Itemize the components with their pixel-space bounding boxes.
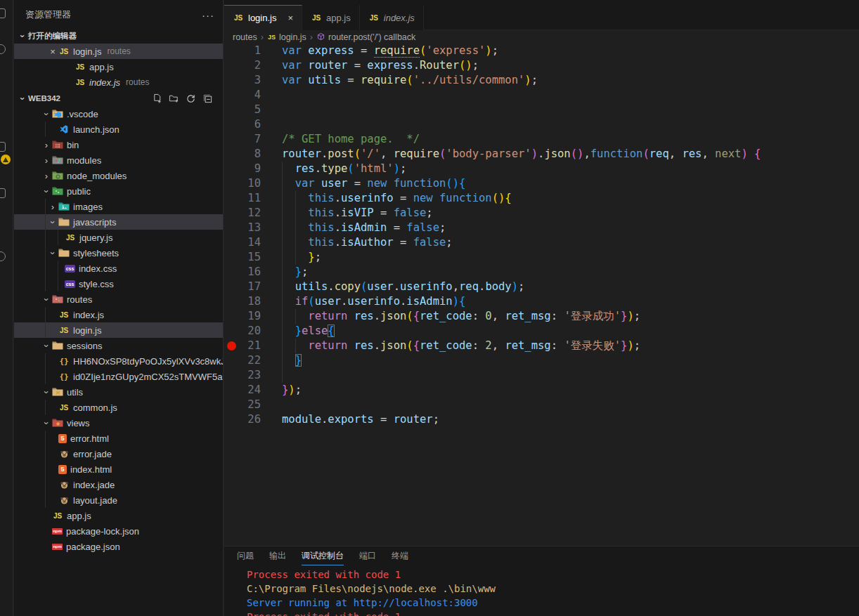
- code-line[interactable]: 9 res.type('html');: [224, 162, 859, 176]
- code-line[interactable]: 20 }else{: [224, 324, 859, 339]
- code-line[interactable]: 11 this.userinfo = new function(){: [224, 191, 859, 206]
- panel-tab[interactable]: 端口: [359, 546, 376, 565]
- tree-item[interactable]: ›npmpackage.json: [14, 539, 223, 554]
- search-icon[interactable]: [0, 44, 6, 54]
- tree-item[interactable]: ›stylesheets: [14, 245, 223, 261]
- chevron-down-icon[interactable]: ›: [41, 185, 52, 197]
- tree-item[interactable]: ›JSindex.js: [14, 307, 223, 322]
- collapse-all-icon[interactable]: [202, 93, 213, 104]
- code-line[interactable]: 21 return res.json({ret_code: 2, ret_msg…: [224, 339, 859, 353]
- tree-item[interactable]: ›JScommon.js: [14, 400, 223, 415]
- tree-item[interactable]: ›5index.html: [14, 461, 223, 477]
- code-line[interactable]: 2var router = express.Router();: [224, 58, 859, 73]
- tree-item[interactable]: ›layout.jade: [14, 492, 223, 508]
- code-line[interactable]: 7/* GET home page. */: [224, 132, 859, 147]
- code-line[interactable]: 10 var user = new function(){: [224, 176, 859, 191]
- tree-item[interactable]: ›launch.json: [14, 122, 223, 137]
- tree-item[interactable]: ›public: [14, 183, 223, 199]
- chevron-right-icon[interactable]: ›: [41, 140, 52, 150]
- code-line[interactable]: 18 if(user.userinfo.isAdmin){: [224, 294, 859, 309]
- tree-item[interactable]: ›utils: [14, 384, 223, 400]
- tree-item[interactable]: ›routes: [14, 291, 223, 307]
- breadcrumb-item[interactable]: routes: [233, 32, 257, 42]
- tree-item[interactable]: ›JSjquery.js: [14, 230, 223, 245]
- close-icon[interactable]: ×: [288, 13, 293, 23]
- tree-item[interactable]: ›.vscode: [14, 106, 223, 122]
- console-link[interactable]: http://localhost:3000: [354, 597, 478, 608]
- close-icon[interactable]: ×: [47, 46, 58, 57]
- chevron-down-icon[interactable]: ›: [41, 340, 52, 351]
- open-editors-section-header[interactable]: › 打开的编辑器: [14, 28, 223, 44]
- code-line[interactable]: 4: [224, 88, 859, 103]
- activity-bar[interactable]: ››: [0, 0, 13, 616]
- chevron-down-icon[interactable]: ›: [41, 417, 52, 428]
- code-line[interactable]: 16 };: [224, 265, 859, 280]
- tree-item[interactable]: ›nnode_modules: [14, 168, 223, 183]
- chevron-right-icon[interactable]: ›: [47, 202, 58, 212]
- more-actions-icon[interactable]: ···: [202, 9, 214, 21]
- code-line[interactable]: 22 }: [224, 353, 859, 368]
- workspace-section-header[interactable]: › WEB342: [14, 91, 223, 106]
- code-line[interactable]: 15 };: [224, 250, 859, 265]
- chevron-down-icon[interactable]: ›: [48, 216, 58, 228]
- tree-item[interactable]: ›modules: [14, 152, 223, 168]
- chevron-down-icon[interactable]: ›: [41, 108, 52, 119]
- tree-item[interactable]: ›index.jade: [14, 477, 223, 492]
- tab-app.js[interactable]: JSapp.js: [302, 5, 360, 30]
- code-line[interactable]: 8router.post('/', require('body-parser')…: [224, 147, 859, 162]
- tab-index.js[interactable]: JSindex.js: [360, 5, 424, 30]
- code-line[interactable]: 19 return res.json({ret_code: 0, ret_msg…: [224, 309, 859, 324]
- panel-tab[interactable]: 终端: [392, 546, 408, 565]
- code-line[interactable]: 26module.exports = router;: [224, 412, 859, 427]
- explorer-icon[interactable]: [0, 8, 6, 18]
- open-editor-item[interactable]: JSapp.js: [14, 59, 223, 74]
- tree-item[interactable]: ›JSlogin.js: [14, 322, 223, 338]
- panel-tab[interactable]: 调试控制台: [302, 546, 344, 565]
- new-file-icon[interactable]: [151, 93, 162, 104]
- tree-item[interactable]: ›sessions: [14, 338, 223, 353]
- new-folder-icon[interactable]: [168, 93, 179, 104]
- open-editor-item[interactable]: JSindex.jsroutes: [14, 74, 223, 90]
- chevron-right-icon[interactable]: ›: [41, 155, 52, 166]
- chevron-down-icon[interactable]: ›: [41, 294, 52, 305]
- tree-item[interactable]: ›cssstyle.css: [14, 276, 223, 291]
- chevron-down-icon[interactable]: ›: [41, 386, 52, 398]
- code-line[interactable]: 23: [224, 368, 859, 383]
- code-line[interactable]: 24});: [224, 383, 859, 398]
- code-line[interactable]: 1var express = require('express');: [224, 44, 859, 58]
- breadcrumb-item[interactable]: JSlogin.js: [267, 32, 306, 43]
- code-line[interactable]: 3var utils = require('../utils/common');: [224, 73, 859, 88]
- chevron-down-icon[interactable]: ›: [48, 247, 58, 258]
- code-editor[interactable]: 1var express = require('express');2var r…: [224, 44, 859, 546]
- panel-tab[interactable]: 输出: [269, 546, 286, 565]
- tree-item[interactable]: ›{}id0ZIje1nzGUpy2mCX52sTMVWF5aln-o...: [14, 369, 223, 384]
- tree-item[interactable]: ›cssindex.css: [14, 261, 223, 276]
- warning-badge[interactable]: [1, 155, 11, 164]
- breadcrumb[interactable]: routes›JSlogin.js›router.post('/') callb…: [224, 30, 859, 44]
- account-icon[interactable]: [0, 251, 6, 261]
- tree-item[interactable]: ›JSapp.js: [14, 508, 223, 523]
- tree-item[interactable]: ›javascripts: [14, 214, 223, 230]
- tree-item[interactable]: ›error.jade: [14, 446, 223, 461]
- code-line[interactable]: 12 this.isVIP = false;: [224, 206, 859, 221]
- breadcrumb-item[interactable]: router.post('/') callback: [316, 32, 415, 43]
- open-editor-item[interactable]: ×JSlogin.jsroutes: [14, 44, 223, 59]
- code-line[interactable]: 13 this.isAdmin = false;: [224, 221, 859, 235]
- code-line[interactable]: 6: [224, 117, 859, 132]
- code-line[interactable]: 5: [224, 103, 859, 117]
- code-line[interactable]: 25: [224, 398, 859, 412]
- settings-icon[interactable]: ›: [0, 299, 6, 308]
- code-line[interactable]: 17 utils.copy(user.userinfo,req.body);: [224, 280, 859, 294]
- code-line[interactable]: 14 this.isAuthor = false;: [224, 235, 859, 250]
- tree-item[interactable]: ›{}HH6NOxSP8tdyPoOJx5ylXVv3c8wkJIBO....: [14, 353, 223, 369]
- tab-login.js[interactable]: JSlogin.js×: [224, 5, 302, 30]
- tree-item[interactable]: ›5error.html: [14, 431, 223, 446]
- tree-item[interactable]: ›views: [14, 415, 223, 431]
- run-debug-icon[interactable]: [0, 142, 6, 152]
- tree-item[interactable]: ›bin: [14, 137, 223, 152]
- chevron-right-icon[interactable]: ›: [41, 171, 52, 181]
- panel-tab[interactable]: 问题: [237, 546, 254, 565]
- refresh-icon[interactable]: [185, 93, 196, 104]
- tree-item[interactable]: ›images: [14, 199, 223, 214]
- extensions-icon[interactable]: [0, 188, 6, 198]
